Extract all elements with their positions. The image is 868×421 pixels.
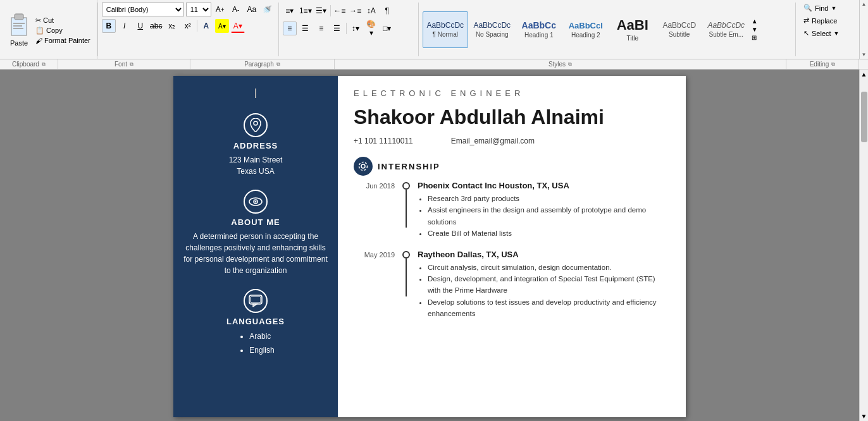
svg-rect-4 [13,28,23,29]
editing-group: 🔍 Find ▼ ⇄ Replace ↖ Select ▼ [796,0,859,59]
change-case-button[interactable]: Aa [245,3,259,16]
paragraph-group: ≡▾ 1≡▾ ☰▾ ←≡ →≡ ↕A ¶ ≡ ☰ ≡ ☰ ↕▾ 🎨▾ □▾ [279,0,418,59]
decrease-indent-button[interactable]: ←≡ [333,4,347,18]
svg-point-13 [359,162,368,171]
font-color-button[interactable]: A▾ [231,19,245,33]
candidate-name: Shakoor Abdullah Alnaimi [354,106,670,129]
experience-icon [354,157,373,176]
find-button[interactable]: 🔍 Find ▼ [801,3,854,13]
replace-button[interactable]: ⇄ Replace [801,15,854,26]
job-title: Electronic Engineer [354,88,670,98]
document-area: ADDRESS 123 Main Street Texas USA [0,70,868,421]
svg-rect-2 [13,23,25,24]
align-center-button[interactable]: ☰ [299,21,313,35]
style-heading2[interactable]: AaBbCcI Heading 2 [563,11,609,48]
style-normal-preview: AaBbCcDc [426,21,464,30]
bullet-1-2: Assist engineers in the design and assem… [428,204,670,228]
line-spacing-button[interactable]: ↕▾ [349,21,363,35]
find-dropdown-icon: ▼ [831,5,836,11]
language-arabic: Arabic [249,330,274,344]
styles-group-label: Styles ⧉ [335,59,786,69]
font-family-select[interactable]: Calibri (Body) [102,3,184,16]
style-h2-preview: AaBbCcI [569,21,603,30]
paragraph-expand-icon[interactable]: ⧉ [276,61,280,68]
replace-label: Replace [812,17,837,25]
style-subtle-preview: AaBbCcDc [707,21,745,30]
shading-button[interactable]: 🎨▾ [364,21,378,35]
style-subtitle-label: Subtitle [669,31,690,38]
format-painter-icon: 🖌 [35,37,42,44]
sort-button[interactable]: ↕A [364,4,378,18]
font-size-select[interactable]: 11 [186,3,211,16]
align-row: ≡ ☰ ≡ ☰ ↕▾ 🎨▾ □▾ [283,20,414,37]
paste-button[interactable]: Paste [5,11,33,48]
company-1: Phoenix Contact Inc Houston, TX, USA [418,181,670,190]
cursor-line [255,88,256,98]
style-subtle-em[interactable]: AaBbCcDc Subtle Em... [704,11,749,48]
align-left-button[interactable]: ≡ [283,21,297,35]
styles-more[interactable]: ⊞ [752,34,758,41]
resume-content: Electronic Engineer Shakoor Abdullah Aln… [338,76,686,417]
ribbon-collapse-button[interactable]: ▲ ▼ [859,0,868,59]
style-h1-preview: AaBbCc [522,20,556,30]
text-effects-button[interactable]: A [199,19,213,33]
format-painter-button[interactable]: 🖌 Format Painter [34,36,92,45]
contact-info: +1 101 11110011 Email_email@gmail.com [354,137,670,145]
clipboard-expand-icon[interactable]: ⧉ [42,61,46,68]
content-2: Raytheon Dallas, TX, USA Circuit analysi… [418,250,670,320]
languages-list: Arabic English [237,330,274,357]
scroll-thumb[interactable] [861,92,867,142]
select-button[interactable]: ↖ Select ▼ [801,28,854,39]
document-scrollbar[interactable]: ▲ ▼ [859,70,868,421]
font-decrease-button[interactable]: A- [229,3,243,16]
bullets-button[interactable]: ≡▾ [283,4,297,18]
copy-button[interactable]: 📋 Copy [34,26,92,35]
cut-button[interactable]: ✂ Cut [34,16,92,25]
show-para-marks-button[interactable]: ¶ [380,4,394,18]
align-right-button[interactable]: ≡ [314,21,328,35]
about-title: ABOUT ME [231,217,280,227]
increase-indent-button[interactable]: →≡ [349,4,363,18]
justify-button[interactable]: ☰ [330,21,344,35]
styles-scroll[interactable]: ▲ ▼ ⊞ [750,18,759,41]
about-text: A determined person in accepting the cha… [183,231,328,276]
bullet-2-2: Design, development, and integration of … [428,273,670,296]
multilevel-button[interactable]: ☰▾ [314,4,328,18]
italic-button[interactable]: I [118,19,132,33]
editing-expand-icon[interactable]: ⧉ [831,61,835,68]
style-normal[interactable]: AaBbCcDc ¶ Normal [423,11,468,48]
styles-scroll-up[interactable]: ▲ [752,18,758,25]
style-no-spacing[interactable]: AaBbCcDc No Spacing [469,11,515,48]
superscript-button[interactable]: x² [181,19,195,33]
svg-point-5 [254,121,257,125]
scroll-down-button[interactable]: ▼ [860,412,868,421]
scroll-up-button[interactable]: ▲ [860,70,868,79]
font-increase-button[interactable]: A+ [213,3,227,16]
timeline: Jun 2018 Phoenix Contact Inc Houston, TX… [354,181,670,320]
font-expand-icon[interactable]: ⧉ [130,61,133,68]
address-icon [244,113,268,137]
font-row2: B I U abc x₂ x² A A▾ A▾ [102,18,275,34]
style-title[interactable]: AaBI Title [610,11,655,48]
dot-1 [402,182,410,190]
strikethrough-button[interactable]: abc [149,19,163,33]
underline-button[interactable]: U [133,19,147,33]
style-h2-label: Heading 2 [571,32,600,39]
list-row: ≡▾ 1≡▾ ☰▾ ←≡ →≡ ↕A ¶ [283,3,414,19]
font-group-label: Font ⧉ [58,59,190,69]
timeline-item-1: Jun 2018 Phoenix Contact Inc Houston, TX… [354,181,670,240]
subscript-button[interactable]: x₂ [165,19,179,33]
svg-rect-3 [13,25,22,27]
bold-button[interactable]: B [102,19,116,33]
style-subtitle[interactable]: AaBbCcD Subtitle [657,11,702,48]
clipboard-small-buttons: ✂ Cut 📋 Copy 🖌 Format Painter [34,16,92,45]
numbering-button[interactable]: 1≡▾ [299,4,313,18]
border-button[interactable]: □▾ [380,21,394,35]
dot-line-2 [402,250,410,296]
bullets-1: Research 3rd party products Assist engin… [418,193,670,240]
style-heading1[interactable]: AaBbCc Heading 1 [516,11,562,48]
styles-expand-icon[interactable]: ⧉ [568,61,572,68]
styles-scroll-down[interactable]: ▼ [752,26,758,33]
clear-formatting-button[interactable]: 🚿 [261,3,275,16]
highlight-button[interactable]: A▾ [215,19,229,33]
